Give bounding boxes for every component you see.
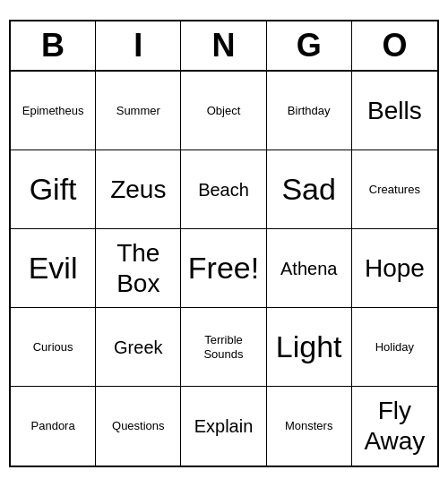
bingo-cell: Hope bbox=[352, 229, 437, 308]
bingo-cell: Fly Away bbox=[352, 387, 437, 466]
header-letter: B bbox=[11, 21, 96, 70]
bingo-grid: EpimetheusSummerObjectBirthdayBellsGiftZ… bbox=[11, 72, 437, 466]
bingo-cell: Beach bbox=[181, 150, 266, 229]
bingo-cell: Terrible Sounds bbox=[181, 308, 266, 387]
cell-text: Monsters bbox=[285, 419, 332, 433]
bingo-cell: Light bbox=[267, 308, 352, 387]
bingo-cell: Zeus bbox=[96, 150, 181, 229]
bingo-cell: Pandora bbox=[11, 387, 96, 466]
cell-text: Terrible Sounds bbox=[185, 333, 262, 361]
bingo-cell: Birthday bbox=[267, 72, 352, 150]
cell-text: Creatures bbox=[369, 183, 420, 197]
cell-text: Object bbox=[207, 104, 241, 118]
bingo-cell: Athena bbox=[267, 229, 352, 308]
cell-text: Sad bbox=[281, 171, 336, 208]
cell-text: Free! bbox=[188, 250, 259, 286]
cell-text: Curious bbox=[33, 340, 73, 355]
cell-text: Epimetheus bbox=[22, 104, 84, 118]
cell-text: Beach bbox=[198, 179, 249, 201]
header-letter: G bbox=[267, 21, 352, 70]
cell-text: Explain bbox=[194, 415, 254, 437]
bingo-cell: Greek bbox=[96, 308, 181, 387]
bingo-cell: Evil bbox=[11, 229, 96, 308]
cell-text: Light bbox=[276, 329, 342, 365]
cell-text: Hope bbox=[365, 253, 425, 284]
cell-text: Athena bbox=[280, 258, 337, 279]
cell-text: Evil bbox=[29, 250, 78, 286]
cell-text: Gift bbox=[30, 171, 77, 208]
bingo-cell: Monsters bbox=[267, 387, 352, 466]
bingo-header: BINGO bbox=[11, 21, 437, 72]
bingo-cell: Creatures bbox=[352, 150, 437, 229]
bingo-cell: Epimetheus bbox=[11, 72, 96, 150]
bingo-cell: The Box bbox=[96, 229, 181, 308]
header-letter: O bbox=[352, 21, 437, 70]
cell-text: Questions bbox=[112, 419, 165, 433]
cell-text: Bells bbox=[367, 96, 422, 126]
header-letter: N bbox=[181, 21, 266, 70]
cell-text: Holiday bbox=[375, 340, 414, 355]
header-letter: I bbox=[96, 21, 181, 70]
bingo-cell: Curious bbox=[11, 308, 96, 387]
bingo-cell: Bells bbox=[352, 72, 437, 150]
cell-text: Zeus bbox=[110, 175, 166, 205]
cell-text: Fly Away bbox=[356, 396, 434, 456]
bingo-cell: Summer bbox=[96, 72, 181, 150]
cell-text: Summer bbox=[116, 104, 160, 118]
cell-text: Pandora bbox=[31, 419, 75, 433]
bingo-cell: Explain bbox=[181, 387, 266, 466]
cell-text: The Box bbox=[99, 238, 177, 298]
cell-text: Greek bbox=[114, 337, 162, 358]
bingo-cell: Free! bbox=[181, 229, 266, 308]
bingo-cell: Questions bbox=[96, 387, 181, 466]
bingo-cell: Object bbox=[181, 72, 266, 150]
bingo-card: BINGO EpimetheusSummerObjectBirthdayBell… bbox=[9, 20, 439, 467]
bingo-cell: Sad bbox=[267, 150, 352, 229]
cell-text: Birthday bbox=[288, 104, 331, 118]
bingo-cell: Gift bbox=[11, 150, 96, 229]
bingo-cell: Holiday bbox=[352, 308, 437, 387]
